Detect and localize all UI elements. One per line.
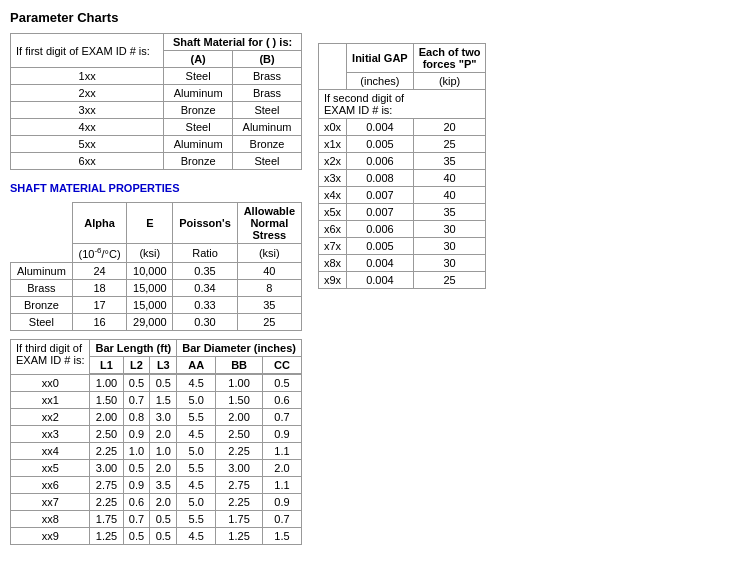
- row-3xx-b: Steel: [233, 102, 302, 119]
- page-title: Parameter Charts: [10, 10, 739, 25]
- aluminum-stress: 40: [237, 262, 301, 279]
- shaft-material-table: If first digit of EXAM ID # is: Shaft Ma…: [10, 33, 302, 170]
- steel-e: 29,000: [127, 313, 173, 330]
- row-5xx-id: 5xx: [11, 136, 164, 153]
- initial-gap-table: Initial GAP Each of twoforces "P" (inche…: [318, 43, 486, 289]
- brass-e: 15,000: [127, 279, 173, 296]
- steel-poisson: 0.30: [173, 313, 237, 330]
- bronze-poisson: 0.33: [173, 296, 237, 313]
- row-3xx-a: Bronze: [164, 102, 233, 119]
- material-steel: Steel: [11, 313, 73, 330]
- row-1xx-id: 1xx: [11, 68, 164, 85]
- row-1xx-a: Steel: [164, 68, 233, 85]
- aluminum-poisson: 0.35: [173, 262, 237, 279]
- row-6xx-id: 6xx: [11, 153, 164, 170]
- row-2xx-b: Brass: [233, 85, 302, 102]
- row-6xx-a: Bronze: [164, 153, 233, 170]
- left-column: If first digit of EXAM ID # is: Shaft Ma…: [10, 33, 302, 545]
- row-6xx-b: Steel: [233, 153, 302, 170]
- row-1xx-b: Brass: [233, 68, 302, 85]
- bar-dimensions-table: If third digit ofEXAM ID # is: Bar Lengt…: [10, 339, 302, 545]
- shaft-material-properties-label: SHAFT MATERIAL PROPERTIES: [10, 182, 302, 194]
- brass-poisson: 0.34: [173, 279, 237, 296]
- aluminum-e: 10,000: [127, 262, 173, 279]
- row-4xx-b: Aluminum: [233, 119, 302, 136]
- material-aluminum: Aluminum: [11, 262, 73, 279]
- bronze-stress: 35: [237, 296, 301, 313]
- row-2xx-a: Aluminum: [164, 85, 233, 102]
- row-4xx-id: 4xx: [11, 119, 164, 136]
- aluminum-alpha: 24: [72, 262, 127, 279]
- shaft-properties-table: Alpha E Poisson's AllowableNormalStress …: [10, 202, 302, 331]
- bronze-alpha: 17: [72, 296, 127, 313]
- row-5xx-a: Aluminum: [164, 136, 233, 153]
- steel-stress: 25: [237, 313, 301, 330]
- brass-alpha: 18: [72, 279, 127, 296]
- row-5xx-b: Bronze: [233, 136, 302, 153]
- right-column: Initial GAP Each of twoforces "P" (inche…: [318, 33, 486, 289]
- bronze-e: 15,000: [127, 296, 173, 313]
- material-bronze: Bronze: [11, 296, 73, 313]
- steel-alpha: 16: [72, 313, 127, 330]
- row-2xx-id: 2xx: [11, 85, 164, 102]
- brass-stress: 8: [237, 279, 301, 296]
- row-4xx-a: Steel: [164, 119, 233, 136]
- material-brass: Brass: [11, 279, 73, 296]
- row-3xx-id: 3xx: [11, 102, 164, 119]
